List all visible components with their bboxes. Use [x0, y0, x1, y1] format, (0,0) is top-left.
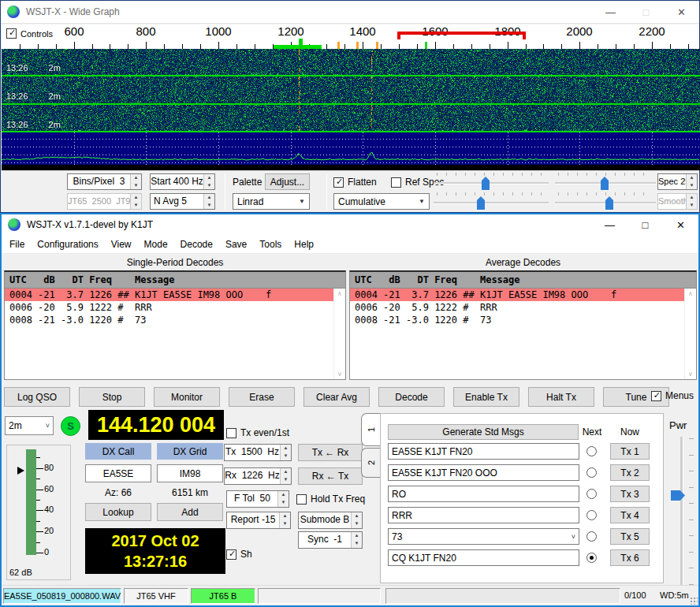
submode-spinner[interactable]: Submode B ▲▼: [298, 512, 363, 529]
rx-from-tx-button[interactable]: Rx ← Tx: [298, 467, 363, 485]
spin-arrows-icon[interactable]: ▲▼: [351, 512, 362, 528]
jt65-jt9-spinner[interactable]: JT65 2500 JT9 ▲▼: [67, 193, 142, 210]
f-tol-spinner[interactable]: F Tol 50 ▲▼: [226, 490, 289, 508]
menu-configurations[interactable]: Configurations: [31, 236, 104, 253]
menu-file[interactable]: File: [3, 236, 31, 253]
tab-2[interactable]: 2: [361, 448, 381, 478]
menu-decode[interactable]: Decode: [174, 236, 219, 253]
stop-button[interactable]: Stop: [79, 387, 145, 407]
waterfall-gain-slider[interactable]: [434, 173, 549, 190]
scroll-down-icon[interactable]: ∨: [688, 371, 693, 378]
tx-next-radio-6[interactable]: [586, 553, 597, 563]
tab-1[interactable]: 1: [361, 413, 381, 446]
scroll-up-icon[interactable]: ∧: [688, 290, 693, 297]
slider-handle[interactable]: [601, 177, 609, 190]
tx-next-radio-4[interactable]: [586, 510, 597, 520]
spin-arrows-icon[interactable]: ▲▼: [277, 491, 289, 507]
menus-checkbox[interactable]: Menus: [651, 390, 694, 401]
log-qso-button[interactable]: Log QSO: [4, 387, 70, 407]
spectrum-gain-slider[interactable]: [434, 192, 549, 210]
tx-message-field-3[interactable]: RO: [388, 486, 579, 502]
tx-next-radio-3[interactable]: [586, 489, 597, 499]
single-period-decode-list[interactable]: 0004 -21 3.7 1226 ## K1JT EA5SE IM98 OOO…: [5, 289, 333, 379]
menu-help[interactable]: Help: [288, 236, 320, 253]
spin-arrows-icon[interactable]: ▲▼: [280, 445, 291, 460]
tx-now-button-4[interactable]: Tx 4: [610, 507, 650, 523]
bins-pixel-spinner[interactable]: Bins/Pixel 3 ▲▼: [67, 173, 142, 190]
decode-row[interactable]: 0004 -21 3.7 1226 ## K1JT EA5SE IM98 OOO…: [350, 289, 684, 301]
tx-message-field-2[interactable]: EA5SE K1JT FN20 OOO: [388, 464, 579, 481]
close-icon[interactable]: ✕: [663, 214, 698, 235]
frequency-scale[interactable]: Controls 6008001000120014001600180020002…: [2, 24, 698, 49]
spin-arrows-icon[interactable]: ▲▼: [351, 532, 362, 548]
spectrum-display[interactable]: [2, 132, 700, 170]
decode-row[interactable]: 0006 -20 5.9 1222 # RRR: [5, 301, 333, 314]
decode-row[interactable]: 0008 -21 -3.0 1220 # 73: [5, 314, 333, 326]
menu-view[interactable]: View: [105, 236, 138, 253]
scrollbar[interactable]: ∧∨: [333, 289, 345, 379]
adjust-button[interactable]: Adjust...: [265, 173, 310, 190]
n-avg-spinner[interactable]: N Avg 5 ▲▼: [150, 193, 215, 210]
tx-message-field-5[interactable]: 73˅: [388, 528, 579, 545]
tx-now-button-1[interactable]: Tx 1: [610, 443, 650, 460]
spin-arrows-icon[interactable]: ▲▼: [686, 194, 697, 209]
display-mode-select[interactable]: Cumulative ▼: [333, 193, 430, 210]
band-select[interactable]: 2m ˅: [5, 416, 54, 435]
start-hz-spinner[interactable]: Start 400 Hz ▲▼: [150, 173, 215, 190]
monitor-button[interactable]: Monitor: [154, 387, 220, 407]
tx-even-checkbox[interactable]: Tx even/1st: [226, 427, 289, 438]
decode-row[interactable]: 0004 -21 3.7 1226 ## K1JT EA5SE IM98 OOO…: [5, 289, 333, 301]
spec-percent-spinner[interactable]: Spec 25 % ▲▼: [657, 173, 698, 190]
waterfall-zero-slider[interactable]: [555, 173, 656, 190]
minimize-icon[interactable]: —: [592, 214, 627, 235]
decode-row[interactable]: 0008 -21 -3.0 1220 # 73: [350, 314, 684, 326]
slider-handle[interactable]: [482, 177, 490, 190]
halt-tx-button[interactable]: Halt Tx: [528, 387, 594, 407]
minimize-icon[interactable]: —: [593, 1, 628, 23]
resize-grip-icon[interactable]: [690, 597, 698, 605]
dx-call-field[interactable]: EA5SE: [85, 464, 151, 482]
tx-from-rx-button[interactable]: Tx ← Rx: [298, 444, 363, 461]
slider-handle[interactable]: [605, 196, 613, 210]
generate-std-msgs-button[interactable]: Generate Std Msgs: [388, 424, 579, 440]
controls-checkbox[interactable]: Controls: [6, 28, 53, 39]
waterfall-display[interactable]: [2, 49, 700, 132]
lookup-button[interactable]: Lookup: [85, 503, 151, 521]
ref-spec-checkbox-box[interactable]: [391, 177, 401, 188]
wide-graph-titlebar[interactable]: WSJT-X - Wide Graph — □ ✕: [1, 1, 699, 24]
scroll-down-icon[interactable]: ∨: [337, 371, 342, 378]
menu-mode[interactable]: Mode: [138, 236, 174, 253]
maximize-icon[interactable]: □: [627, 214, 663, 235]
tx-now-button-2[interactable]: Tx 2: [610, 464, 650, 481]
tx-even-checkbox-box[interactable]: [226, 428, 236, 438]
spin-arrows-icon[interactable]: ▲▼: [686, 174, 697, 189]
report-spinner[interactable]: Report -15 ▲▼: [226, 512, 291, 529]
tx-message-field-4[interactable]: RRR: [388, 507, 579, 523]
decode-button[interactable]: Decode: [378, 387, 445, 407]
hold-tx-freq-checkbox[interactable]: Hold Tx Freq: [296, 493, 365, 505]
tx-next-radio-1[interactable]: [586, 446, 597, 456]
enable-tx-button[interactable]: Enable Tx: [453, 387, 519, 407]
spin-arrows-icon[interactable]: ▲▼: [203, 174, 214, 189]
sync-spinner[interactable]: Sync -1 ▲▼: [298, 531, 363, 549]
clear-avg-button[interactable]: Clear Avg: [303, 387, 370, 407]
spin-arrows-icon[interactable]: ▲▼: [280, 468, 291, 484]
dx-grid-field[interactable]: IM98: [157, 464, 223, 482]
close-icon[interactable]: ✕: [664, 1, 699, 23]
scroll-up-icon[interactable]: ∧: [337, 290, 342, 297]
main-titlebar[interactable]: WSJT-X v1.7.1-devel by K1JT — □ ✕: [2, 214, 698, 235]
tx-freq-spinner[interactable]: Tx 1500 Hz ▲▼: [224, 444, 292, 461]
tx-next-radio-5[interactable]: [586, 531, 597, 542]
tx-message-field-1[interactable]: EA5SE K1JT FN20: [388, 443, 579, 460]
palette-select[interactable]: Linrad ▼: [233, 193, 310, 210]
spin-arrows-icon[interactable]: ▲▼: [279, 512, 290, 528]
spectrum-zero-slider[interactable]: [555, 192, 656, 210]
flatten-checkbox-box[interactable]: [333, 177, 344, 188]
menus-checkbox-box[interactable]: [651, 391, 661, 401]
smooth-spinner[interactable]: Smooth 4 ▲▼: [657, 193, 698, 210]
sh-checkbox-box[interactable]: [226, 549, 236, 560]
add-button[interactable]: Add: [157, 503, 223, 521]
spin-arrows-icon[interactable]: ▲▼: [130, 194, 141, 209]
tx-now-button-6[interactable]: Tx 6: [610, 549, 650, 566]
average-decode-list[interactable]: 0004 -21 3.7 1226 ## K1JT EA5SE IM98 OOO…: [350, 289, 684, 379]
